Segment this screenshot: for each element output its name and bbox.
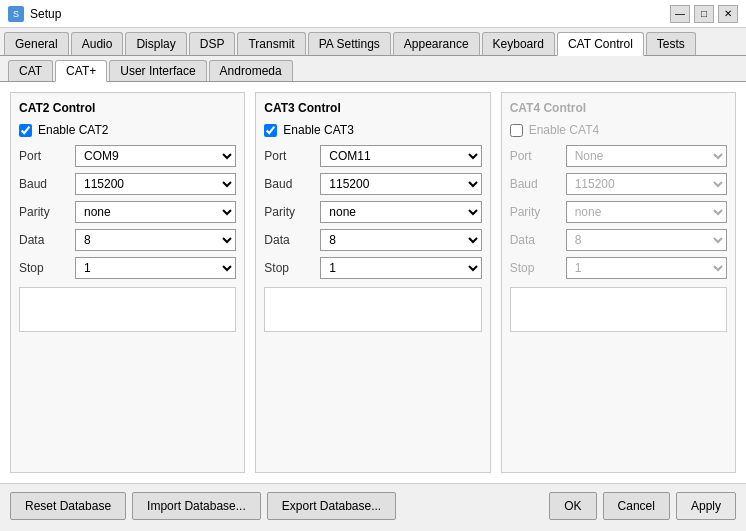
cat2-baud-label: Baud (19, 177, 69, 191)
cat4-parity-select[interactable]: none (566, 201, 727, 223)
cat4-baud-label: Baud (510, 177, 560, 191)
cat4-title: CAT4 Control (510, 101, 727, 115)
tab-transmit[interactable]: Transmit (237, 32, 305, 55)
cat3-parity-row: Parity none (264, 201, 481, 223)
cat2-parity-select[interactable]: none (75, 201, 236, 223)
sub-tab-andromeda[interactable]: Andromeda (209, 60, 293, 81)
sub-tab-cat-plus[interactable]: CAT+ (55, 60, 107, 82)
cat3-baud-row: Baud 115200 (264, 173, 481, 195)
title-bar-left: S Setup (8, 6, 61, 22)
cat2-data-row: Data 8 (19, 229, 236, 251)
cat3-port-label: Port (264, 149, 314, 163)
cat4-baud-select[interactable]: 115200 (566, 173, 727, 195)
cat3-parity-select[interactable]: none (320, 201, 481, 223)
tab-pa-settings[interactable]: PA Settings (308, 32, 391, 55)
cat3-enable-row: Enable CAT3 (264, 123, 481, 137)
app-icon: S (8, 6, 24, 22)
cat2-title: CAT2 Control (19, 101, 236, 115)
cat2-port-row: Port COM9 (19, 145, 236, 167)
tab-audio[interactable]: Audio (71, 32, 124, 55)
tab-keyboard[interactable]: Keyboard (482, 32, 555, 55)
cat4-control-group: CAT4 Control Enable CAT4 Port None Baud … (501, 92, 736, 473)
import-database-button[interactable]: Import Database... (132, 492, 261, 520)
minimize-button[interactable]: — (670, 5, 690, 23)
tab-dsp[interactable]: DSP (189, 32, 236, 55)
cat2-stop-row: Stop 1 (19, 257, 236, 279)
cat3-title: CAT3 Control (264, 101, 481, 115)
cat4-stop-select[interactable]: 1 (566, 257, 727, 279)
cat3-data-label: Data (264, 233, 314, 247)
tab-general[interactable]: General (4, 32, 69, 55)
cat2-enable-checkbox[interactable] (19, 124, 32, 137)
cat4-enable-label: Enable CAT4 (529, 123, 599, 137)
reset-database-button[interactable]: Reset Database (10, 492, 126, 520)
cat4-enable-checkbox[interactable] (510, 124, 523, 137)
sub-tab-user-interface[interactable]: User Interface (109, 60, 206, 81)
bottom-bar: Reset Database Import Database... Export… (0, 483, 746, 528)
export-database-button[interactable]: Export Database... (267, 492, 396, 520)
ok-button[interactable]: OK (549, 492, 596, 520)
cat4-baud-row: Baud 115200 (510, 173, 727, 195)
cat4-text-area (510, 287, 727, 332)
cat2-stop-select[interactable]: 1 (75, 257, 236, 279)
cat2-baud-row: Baud 115200 (19, 173, 236, 195)
cat3-stop-row: Stop 1 (264, 257, 481, 279)
main-tab-bar: General Audio Display DSP Transmit PA Se… (0, 28, 746, 56)
cat4-port-row: Port None (510, 145, 727, 167)
tab-display[interactable]: Display (125, 32, 186, 55)
cat4-data-row: Data 8 (510, 229, 727, 251)
controls-area: CAT2 Control Enable CAT2 Port COM9 Baud … (10, 92, 736, 473)
apply-button[interactable]: Apply (676, 492, 736, 520)
cat2-port-label: Port (19, 149, 69, 163)
cat2-stop-label: Stop (19, 261, 69, 275)
cat3-baud-label: Baud (264, 177, 314, 191)
cancel-button[interactable]: Cancel (603, 492, 670, 520)
tab-cat-control[interactable]: CAT Control (557, 32, 644, 56)
cat3-port-select[interactable]: COM11 (320, 145, 481, 167)
cat4-stop-row: Stop 1 (510, 257, 727, 279)
cat3-port-row: Port COM11 (264, 145, 481, 167)
cat4-enable-row: Enable CAT4 (510, 123, 727, 137)
tab-appearance[interactable]: Appearance (393, 32, 480, 55)
cat3-enable-label: Enable CAT3 (283, 123, 353, 137)
main-content: CAT2 Control Enable CAT2 Port COM9 Baud … (0, 82, 746, 483)
cat3-control-group: CAT3 Control Enable CAT3 Port COM11 Baud… (255, 92, 490, 473)
cat3-text-area (264, 287, 481, 332)
cat2-data-select[interactable]: 8 (75, 229, 236, 251)
cat2-text-area (19, 287, 236, 332)
title-bar: S Setup — □ ✕ (0, 0, 746, 28)
cat3-stop-select[interactable]: 1 (320, 257, 481, 279)
cat2-enable-label: Enable CAT2 (38, 123, 108, 137)
cat2-enable-row: Enable CAT2 (19, 123, 236, 137)
cat3-parity-label: Parity (264, 205, 314, 219)
cat2-parity-label: Parity (19, 205, 69, 219)
cat3-baud-select[interactable]: 115200 (320, 173, 481, 195)
cat4-parity-label: Parity (510, 205, 560, 219)
cat2-data-label: Data (19, 233, 69, 247)
cat2-control-group: CAT2 Control Enable CAT2 Port COM9 Baud … (10, 92, 245, 473)
title-bar-controls: — □ ✕ (670, 5, 738, 23)
cat4-data-select[interactable]: 8 (566, 229, 727, 251)
sub-tab-bar: CAT CAT+ User Interface Andromeda (0, 56, 746, 82)
cat4-stop-label: Stop (510, 261, 560, 275)
cat4-port-select[interactable]: None (566, 145, 727, 167)
sub-tab-cat[interactable]: CAT (8, 60, 53, 81)
window-title: Setup (30, 7, 61, 21)
cat4-data-label: Data (510, 233, 560, 247)
cat3-data-select[interactable]: 8 (320, 229, 481, 251)
cat3-stop-label: Stop (264, 261, 314, 275)
cat2-baud-select[interactable]: 115200 (75, 173, 236, 195)
cat2-port-select[interactable]: COM9 (75, 145, 236, 167)
maximize-button[interactable]: □ (694, 5, 714, 23)
bottom-left-buttons: Reset Database Import Database... Export… (10, 492, 396, 520)
cat2-parity-row: Parity none (19, 201, 236, 223)
tab-tests[interactable]: Tests (646, 32, 696, 55)
cat4-parity-row: Parity none (510, 201, 727, 223)
cat4-port-label: Port (510, 149, 560, 163)
cat3-data-row: Data 8 (264, 229, 481, 251)
bottom-right-buttons: OK Cancel Apply (549, 492, 736, 520)
cat3-enable-checkbox[interactable] (264, 124, 277, 137)
close-button[interactable]: ✕ (718, 5, 738, 23)
